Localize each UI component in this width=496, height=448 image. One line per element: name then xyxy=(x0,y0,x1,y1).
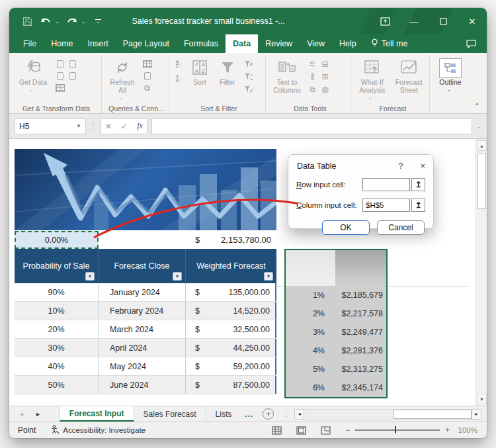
insert-function-icon[interactable]: fx xyxy=(137,121,143,131)
header-weighted-forecast[interactable]: Weighted Forecast ▼ xyxy=(186,249,276,283)
data-validation-icon[interactable]: ⊟ xyxy=(320,60,330,69)
consolidate-icon[interactable]: ⊞ xyxy=(320,72,330,81)
redo-dropdown-icon[interactable]: ⌄ xyxy=(81,19,86,24)
table-row[interactable]: 20% March 2024 $32,500.00 xyxy=(15,320,276,339)
row-input-cell-field[interactable] xyxy=(362,178,410,191)
sort-button[interactable]: ZAAZ Sort xyxy=(188,56,212,86)
recent-sources-icon[interactable] xyxy=(67,60,77,69)
vertical-scrollbar-thumb[interactable] xyxy=(477,154,486,209)
reapply-filter-icon[interactable] xyxy=(243,72,253,81)
page-layout-view-icon[interactable] xyxy=(296,426,306,435)
outline-button[interactable]: Outline ⌄ xyxy=(435,56,466,94)
tab-formulas[interactable]: Formulas xyxy=(177,34,226,53)
filter-dropdown-icon[interactable]: ▼ xyxy=(85,272,95,281)
name-box[interactable]: H5 ▼ xyxy=(15,118,86,134)
from-web-icon[interactable] xyxy=(55,71,65,81)
queries-connections-icon[interactable] xyxy=(142,60,152,69)
what-if-row[interactable]: 4%$2,281,376 xyxy=(286,341,386,360)
total-weighted-forecast-cell[interactable]: $ 2,153,780.00 xyxy=(186,231,276,249)
filter-button[interactable]: Filter xyxy=(216,56,239,86)
normal-view-icon[interactable] xyxy=(272,426,282,435)
ok-button[interactable]: OK xyxy=(322,220,370,235)
scroll-left-icon[interactable]: ◄ xyxy=(294,409,304,420)
formula-input[interactable] xyxy=(151,118,473,134)
zoom-slider-thumb[interactable] xyxy=(395,426,397,433)
ribbon-display-options-icon[interactable] xyxy=(370,8,399,34)
table-row[interactable]: 50% June 2024 $87,500.00 xyxy=(15,376,276,394)
name-box-dropdown-icon[interactable]: ▼ xyxy=(76,123,81,129)
data-model-icon[interactable]: ◍ xyxy=(320,85,330,94)
tab-page-layout[interactable]: Page Layout xyxy=(116,34,177,53)
sort-ascending-icon[interactable]: AZ↓ xyxy=(174,60,184,69)
scroll-down-icon[interactable]: ▼ xyxy=(477,394,487,404)
save-icon[interactable] xyxy=(21,15,33,27)
close-button[interactable]: ✕ xyxy=(458,8,487,34)
maximize-button[interactable] xyxy=(429,8,458,34)
collapse-dialog-icon[interactable]: ↥ xyxy=(411,199,425,212)
customize-qat-icon[interactable]: ⌄ xyxy=(92,15,104,27)
scroll-right-icon[interactable]: ► xyxy=(472,409,481,420)
clear-filter-icon[interactable] xyxy=(243,60,253,69)
tab-file[interactable]: File xyxy=(16,34,44,53)
sheet-tab-sales-forecast[interactable]: Sales Forecast xyxy=(134,406,206,422)
what-if-row[interactable]: 5%$2,313,275 xyxy=(286,360,386,379)
what-if-analysis-button[interactable]: ? What-If Analysis ⌄ xyxy=(355,56,389,102)
tab-help[interactable]: Help xyxy=(332,34,364,53)
filter-dropdown-icon[interactable]: ▼ xyxy=(173,272,182,281)
filter-dropdown-icon[interactable]: ▼ xyxy=(264,272,273,281)
advanced-filter-icon[interactable] xyxy=(243,85,253,94)
text-to-columns-button[interactable]: Text to Columns xyxy=(270,56,304,94)
table-row[interactable]: 40% May 2024 $59,200.00 xyxy=(15,357,276,376)
undo-button[interactable] xyxy=(40,15,52,27)
remove-duplicates-icon[interactable]: ⫼ xyxy=(308,72,317,81)
column-input-cell-h5[interactable]: 0.00% xyxy=(15,231,99,249)
scroll-up-icon[interactable]: ▲ xyxy=(477,140,487,151)
horizontal-scrollbar-track[interactable] xyxy=(304,409,472,420)
vertical-scrollbar[interactable]: ▲ ▼ xyxy=(475,139,487,406)
tab-data[interactable]: Data xyxy=(226,34,258,53)
sort-descending-icon[interactable]: ZA↓ xyxy=(174,74,184,83)
enter-entry-icon[interactable]: ✓ xyxy=(121,122,128,131)
horizontal-scrollbar-thumb[interactable] xyxy=(393,410,472,419)
selection-cell[interactable] xyxy=(335,250,386,286)
header-probability[interactable]: Probability of Sale ▼ xyxy=(15,249,99,283)
feedback-comment-icon[interactable] xyxy=(466,34,476,53)
collapse-dialog-icon[interactable]: ↥ xyxy=(411,178,425,191)
page-break-preview-icon[interactable] xyxy=(321,426,331,435)
tab-tell-me[interactable]: Tell me xyxy=(364,34,415,53)
table-row[interactable]: 10% February 2024 $14,520.00 xyxy=(15,302,276,320)
properties-icon[interactable] xyxy=(142,71,152,81)
help-icon[interactable]: ? xyxy=(398,161,403,171)
minimize-button[interactable]: — xyxy=(399,8,429,34)
more-sheets-indicator[interactable]: ... xyxy=(241,406,257,422)
tab-insert[interactable]: Insert xyxy=(81,34,116,53)
zoom-in-icon[interactable]: + xyxy=(445,426,450,435)
sheet-tab-forecast-input[interactable]: Forecast Input xyxy=(60,406,134,422)
zoom-slider[interactable] xyxy=(355,429,440,431)
tab-home[interactable]: Home xyxy=(44,34,80,53)
expand-formula-bar-icon[interactable]: ⌄ xyxy=(476,123,481,130)
forecast-sheet-button[interactable]: Forecast Sheet xyxy=(393,56,425,94)
table-row[interactable]: 30% April 2024 $44,250.00 xyxy=(15,339,276,357)
relationships-icon[interactable]: ⧉ xyxy=(308,85,317,94)
what-if-row[interactable]: 6%$2,345,174 xyxy=(286,379,386,397)
collapse-ribbon-icon[interactable]: ⌃ xyxy=(474,102,480,111)
what-if-row[interactable]: 2%$2,217,578 xyxy=(286,304,386,323)
next-sheet-icon[interactable]: ► xyxy=(35,411,41,418)
refresh-all-button[interactable]: Refresh All ⌄ xyxy=(106,56,138,102)
selection-cell[interactable] xyxy=(286,250,335,286)
tab-view[interactable]: View xyxy=(300,34,332,53)
dialog-close-icon[interactable]: × xyxy=(420,161,425,171)
what-if-row[interactable]: 1%$2,185,679 xyxy=(286,286,386,304)
from-text-icon[interactable] xyxy=(55,60,65,69)
new-sheet-icon[interactable]: + xyxy=(263,408,274,420)
zoom-out-icon[interactable]: − xyxy=(345,426,350,435)
tab-review[interactable]: Review xyxy=(258,34,300,53)
cancel-button[interactable]: Cancel xyxy=(377,220,425,235)
what-if-row[interactable]: 3%$2,249,477 xyxy=(286,323,386,341)
header-forecast-close[interactable]: Forecast Close ▼ xyxy=(99,249,186,283)
edit-links-icon[interactable]: ⧉ xyxy=(142,83,152,93)
column-input-cell-field[interactable] xyxy=(362,199,410,212)
flash-fill-icon[interactable]: ⚟ xyxy=(308,60,317,69)
data-table-selection-range[interactable]: 1%$2,185,679 2%$2,217,578 3%$2,249,477 4… xyxy=(284,249,388,398)
